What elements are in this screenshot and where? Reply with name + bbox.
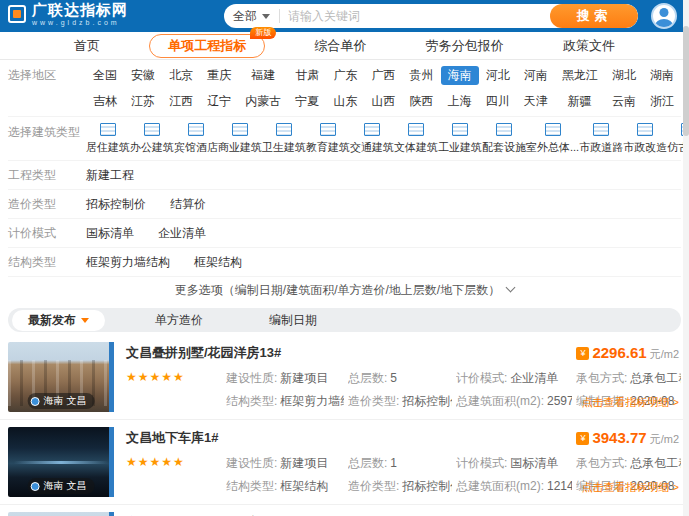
listing-title[interactable]: 文昌叠拼别墅/花园洋房13#	[126, 344, 456, 362]
scrollbar-thumb[interactable]	[683, 26, 689, 136]
region-option[interactable]: 陕西	[403, 92, 441, 111]
filter-option[interactable]: 新建工程	[86, 167, 134, 184]
region-option[interactable]: 湖北	[605, 66, 643, 85]
field-label: 总层数:	[348, 456, 387, 470]
building-type-option[interactable]: 商业建筑	[218, 123, 262, 155]
nav-item-label: 政策文件	[563, 38, 615, 53]
listing-row[interactable]: 海南 文昌 文昌地下车库1# ¥ 3943.77 元/m2 ★★★★★ 建设性质…	[0, 420, 689, 505]
region-option[interactable]: 重庆	[200, 66, 238, 85]
user-avatar[interactable]	[651, 3, 677, 29]
location-icon	[31, 482, 40, 491]
region-option[interactable]: 河北	[479, 66, 517, 85]
nav-item[interactable]: 单项工程指标 新版	[149, 34, 265, 58]
region-option[interactable]: 海南	[441, 66, 479, 85]
detail-link[interactable]: 点击查看指标明细 >	[582, 480, 679, 495]
listing-thumbnail: 海南 文昌	[8, 427, 114, 497]
region-option[interactable]: 山西	[364, 92, 402, 111]
building-type-option[interactable]: 工业建筑	[438, 123, 482, 155]
sort-option-label: 编制日期	[269, 312, 317, 329]
filter-option[interactable]: 企业清单	[158, 225, 206, 242]
region-option[interactable]: 北京	[162, 66, 200, 85]
region-option[interactable]: 河南	[517, 66, 555, 85]
listing-title[interactable]: 文昌地下车库1#	[126, 429, 456, 447]
building-type-option[interactable]: 居住建筑	[86, 123, 130, 155]
region-option[interactable]: 云南	[605, 92, 643, 111]
filter-option[interactable]: 国标清单	[86, 225, 134, 242]
building-type-option[interactable]: 办公建筑	[130, 123, 174, 155]
region-option[interactable]: 新疆	[561, 92, 599, 111]
sort-option[interactable]: 编制日期	[253, 310, 333, 331]
chevron-down-icon	[506, 283, 516, 293]
listing-body: 文昌叠拼别墅/花园洋房11# ¥ 2276.65 元/m2 ★★★★★ 建设性质…	[114, 512, 681, 516]
region-option[interactable]: 福建	[244, 66, 282, 85]
sort-option[interactable]: 单方造价	[139, 310, 219, 331]
search-button[interactable]: 搜索	[550, 4, 638, 28]
field-floors: 总层数:5	[348, 370, 452, 387]
region-option[interactable]: 江西	[162, 92, 200, 111]
building-type-options: 居住建筑 办公建筑 宾馆酒店 商业建筑 卫生建筑 教育建筑	[86, 123, 689, 155]
field-build-nature: 建设性质:新建项目	[226, 455, 344, 472]
search-input[interactable]	[280, 9, 550, 23]
building-type-option[interactable]: 市政道路	[579, 123, 623, 155]
region-option[interactable]: 浙江	[643, 92, 681, 111]
filter-option[interactable]: 框架剪力墙结构	[86, 254, 170, 271]
field-label: 结构类型:	[226, 479, 277, 493]
building-type-option[interactable]: 卫生建筑	[262, 123, 306, 155]
region-option[interactable]: 宁夏	[288, 92, 326, 111]
region-option[interactable]: 辽宁	[200, 92, 238, 111]
region-option[interactable]: 四川	[479, 92, 517, 111]
building-icon	[188, 123, 204, 136]
building-icon	[364, 123, 380, 136]
filter-row-project-type: 工程类型 新建工程	[8, 161, 681, 190]
field-value: 招标控制价	[402, 479, 452, 493]
field-value: 12140.86	[547, 479, 572, 493]
listing-row[interactable]: 海南 文昌 文昌叠拼别墅/花园洋房11# ¥ 2276.65 元/m2 ★★★★…	[0, 505, 689, 516]
filter-option[interactable]: 框架结构	[194, 254, 242, 271]
region-option[interactable]: 上海	[441, 92, 479, 111]
more-options-toggle[interactable]: 更多选项（编制日期/建筑面积/单方造价/地上层数/地下层数）	[8, 277, 681, 303]
region-option[interactable]: 贵州	[403, 66, 441, 85]
building-type-option[interactable]: 配套设施	[482, 123, 526, 155]
building-type-option[interactable]: 室外总体...	[526, 123, 579, 155]
logo[interactable]: 广联达指标网 www.gldzb.com	[8, 2, 128, 26]
region-option[interactable]: 全国	[86, 66, 124, 85]
region-option[interactable]: 甘肃	[288, 66, 326, 85]
region-option[interactable]: 安徽	[124, 66, 162, 85]
field-label: 承包方式:	[576, 456, 627, 470]
region-option[interactable]: 天津	[517, 92, 555, 111]
listing-row[interactable]: 海南 文昌 文昌叠拼别墅/花园洋房13# ¥ 2296.61 元/m2 ★★★★…	[0, 335, 689, 420]
field-label: 建设性质:	[226, 456, 277, 470]
building-type-option[interactable]: 文体建筑	[394, 123, 438, 155]
building-type-option[interactable]: 市政改造	[623, 123, 667, 155]
field-value: 总承包工程	[630, 456, 681, 470]
building-type-option[interactable]: 教育建筑	[306, 123, 350, 155]
filter-option[interactable]: 结算价	[170, 196, 206, 213]
price: ¥ 2296.61 元/m2	[576, 344, 679, 362]
field-label: 造价类型:	[348, 394, 399, 408]
region-option[interactable]: 吉林	[86, 92, 124, 111]
building-icon	[496, 123, 512, 136]
nav-item[interactable]: 劳务分包报价	[416, 35, 514, 57]
region-option[interactable]: 山东	[326, 92, 364, 111]
region-option[interactable]: 湖南	[643, 66, 681, 85]
detail-link[interactable]: 点击查看指标明细 >	[582, 395, 679, 410]
filter-row-building-type: 选择建筑类型 居住建筑 办公建筑 宾馆酒店 商业建筑 卫生建筑	[8, 117, 681, 161]
region-option[interactable]: 黑龙江	[555, 66, 605, 85]
region-option[interactable]: 内蒙古	[238, 92, 288, 111]
region-option[interactable]: 广东	[326, 66, 364, 85]
building-type-option[interactable]: 宾馆酒店	[174, 123, 218, 155]
region-option[interactable]: 广西	[364, 66, 402, 85]
filter-label-region: 选择地区	[8, 66, 86, 84]
building-type-option[interactable]: 交通建筑	[350, 123, 394, 155]
search-category-dropdown[interactable]: 全部	[224, 8, 279, 25]
filter-option[interactable]: 招标控制价	[86, 196, 146, 213]
region-option[interactable]: 江苏	[124, 92, 162, 111]
spacer	[126, 478, 222, 495]
field-label: 承包方式:	[576, 371, 627, 385]
nav-item[interactable]: 政策文件	[553, 35, 625, 57]
sort-option[interactable]: 最新发布	[12, 310, 105, 331]
nav-item[interactable]: 首页	[64, 35, 110, 57]
nav-item[interactable]: 综合单价	[305, 35, 377, 57]
building-type-label: 市政道路	[579, 140, 623, 155]
scrollbar[interactable]	[683, 0, 689, 516]
